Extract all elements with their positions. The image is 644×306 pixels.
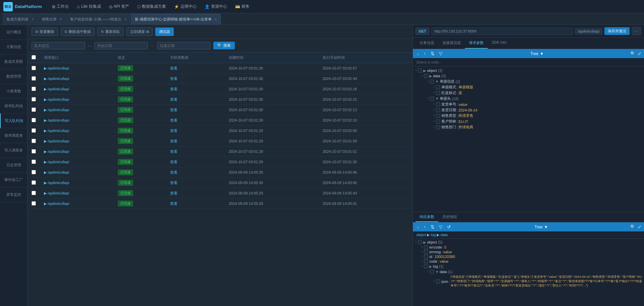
view-link-3[interactable]: 查看 <box>170 97 177 101</box>
tree-tool-filter[interactable]: ▽ <box>438 50 444 57</box>
tree-cb-7[interactable] <box>436 108 440 112</box>
url-input[interactable] <box>431 28 573 35</box>
tree-node-resp-6[interactable]: ⠿▼data {1} <box>413 269 644 274</box>
resp-tool-sort[interactable]: ⇅ <box>429 224 436 230</box>
view-link-5[interactable]: 查看 <box>170 118 177 122</box>
api-link-6[interactable]: ▶ /apilink/u8api <box>44 129 110 133</box>
batch-delete-btn[interactable]: ⊘ 批量删除 <box>32 28 58 36</box>
sidebar-item-integration-map[interactable]: 集成关系图 <box>0 54 27 69</box>
resp-tab-history[interactable]: 历史响应 <box>438 212 461 222</box>
tab-sales-out[interactable]: 销售出库 ✕ <box>38 14 66 25</box>
tree-node-resp-1[interactable]: ⠿errcode:0 <box>413 245 644 250</box>
tree-node-8[interactable]: ⠿销售类型:跨境零售 <box>413 113 644 119</box>
search-btn[interactable]: 🔍 搜索 <box>213 42 235 49</box>
api-link-12[interactable]: ▶ /apilink/u8api <box>44 191 110 195</box>
view-link-8[interactable]: 查看 <box>170 149 177 154</box>
api-link-11[interactable]: ▶ /apilink/u8api <box>44 181 110 185</box>
copy-filter-btn[interactable]: ⊙ 删除选中数据 <box>61 28 95 36</box>
row-checkbox-0[interactable] <box>32 66 36 70</box>
nav-resources[interactable]: 👤资源中心 <box>201 2 230 11</box>
tree-cb-resp-2[interactable] <box>424 250 428 254</box>
tree-cb-5[interactable] <box>430 97 434 101</box>
tree-node-3[interactable]: ⠿单据模式:单据模版 <box>413 84 644 90</box>
breadcrumb-object[interactable]: object <box>416 233 426 237</box>
sidebar-item-req-scheduler[interactable]: 请求调度者 <box>0 128 27 143</box>
view-link-9[interactable]: 查看 <box>170 160 177 164</box>
tree-cb-resp-0[interactable] <box>418 240 422 244</box>
tree-node-resp-2[interactable]: ⠿errmsg:value <box>413 250 644 254</box>
tab-sdk-info[interactable]: SDK Info <box>488 38 511 49</box>
tab-close-1[interactable]: ✕ <box>59 17 62 21</box>
sidebar-item-event-factory[interactable]: 事件加工厂 <box>0 173 27 187</box>
api-link-13[interactable]: ▶ /apilink/u8api <box>44 202 110 206</box>
schedule-btn[interactable]: 立刻调度 dt <box>126 28 153 36</box>
view-link-10[interactable]: 查看 <box>170 170 177 174</box>
debug-btn[interactable]: 调试器 <box>155 28 174 36</box>
tree-cb-2[interactable] <box>430 80 434 84</box>
tree-search-btn[interactable]: 🔍 <box>630 51 636 56</box>
breadcrumb-log[interactable]: log <box>431 233 436 237</box>
reorder-btn[interactable]: ↻ 重新排队 <box>97 28 124 36</box>
tree-cb-10[interactable] <box>436 125 440 129</box>
more-btn[interactable]: ··· <box>632 27 641 35</box>
resp-tool-down[interactable]: ↓ <box>416 224 421 230</box>
sidebar-item-write-scheduler[interactable]: 写入调度者 <box>0 143 27 158</box>
tree-cb-3[interactable] <box>436 85 440 89</box>
sidebar-item-data-mgmt[interactable]: 数据管理 <box>0 69 27 84</box>
row-checkbox-11[interactable] <box>32 180 36 185</box>
api-link-4[interactable]: ▶ /apilink/u8api <box>44 108 110 112</box>
api-link-3[interactable]: ▶ /apilink/u8api <box>44 97 110 102</box>
resp-tool-undo[interactable]: ↺ <box>446 224 452 230</box>
tree-node-0[interactable]: ⠿▶object {3} <box>413 68 644 73</box>
tree-node-5[interactable]: ⠿▼单据头 {19} <box>413 96 644 101</box>
view-link-13[interactable]: 查看 <box>170 202 177 206</box>
row-checkbox-9[interactable] <box>32 160 36 164</box>
tab-customer-info[interactable]: 客户信息对接-小满——>简道云 ✕ <box>66 14 130 25</box>
tree-node-7[interactable]: ⠿发货日期:2024-09-14 <box>413 107 644 113</box>
view-link-0[interactable]: 查看 <box>170 66 177 70</box>
tree-node-resp-0[interactable]: ⠿▶object {5} <box>413 239 644 245</box>
api-link-0[interactable]: ▶ /apilink/u8api <box>44 66 110 71</box>
api-link-7[interactable]: ▶ /apilink/u8api <box>44 139 110 143</box>
nav-lite[interactable]: ◇Lite 轻集成 <box>73 2 104 11</box>
tree-cb-resp-6[interactable] <box>430 270 434 274</box>
tree-cb-resp-7[interactable] <box>436 279 440 283</box>
row-checkbox-6[interactable] <box>32 128 36 133</box>
row-checkbox-10[interactable] <box>32 170 36 174</box>
resp-tool-up[interactable]: ↑ <box>423 224 428 230</box>
tab-connector-info[interactable]: 连接器信息 <box>438 38 465 49</box>
api-link-9[interactable]: ▶ /apilink/u8api <box>44 160 110 164</box>
tree-cb-4[interactable] <box>436 91 440 95</box>
resp-expand-btn[interactable]: ⤢ <box>638 224 641 229</box>
tree-cb-8[interactable] <box>436 114 440 118</box>
row-checkbox-4[interactable] <box>32 107 36 112</box>
row-checkbox-2[interactable] <box>32 87 36 91</box>
tab-close-3[interactable]: ✕ <box>214 17 217 21</box>
tree-node-resp-7[interactable]: ⠿json:{"单据信息":{"单报模式":"单报模版","红蓝标记":"蓝"}… <box>413 274 644 288</box>
view-link-4[interactable]: 查看 <box>170 108 177 112</box>
row-checkbox-13[interactable] <box>32 201 36 206</box>
sidebar-item-plan-info[interactable]: 方案信息 <box>0 40 27 54</box>
row-checkbox-12[interactable] <box>32 191 36 195</box>
nav-api[interactable]: ◎API 资产 <box>106 2 133 11</box>
tab-close-0[interactable]: ✕ <box>31 17 34 21</box>
api-link-5[interactable]: ▶ /apilink/u8api <box>44 118 110 123</box>
tree-cb-9[interactable] <box>436 120 440 124</box>
tab-solution-list[interactable]: 集成方案列表 ✕ <box>3 14 38 25</box>
view-link-6[interactable]: 查看 <box>170 129 177 133</box>
select-all-checkbox[interactable] <box>32 55 36 59</box>
row-checkbox-7[interactable] <box>32 139 36 143</box>
api-link-2[interactable]: ▶ /apilink/u8api <box>44 87 110 91</box>
tree-node-4[interactable]: ⠿红蓝标记:蓝 <box>413 90 644 96</box>
tree-node-6[interactable]: ⠿发货单号:value <box>413 101 644 107</box>
resp-search-btn[interactable]: 🔍 <box>630 224 636 229</box>
tree-cb-resp-5[interactable] <box>424 264 428 268</box>
sidebar-item-request-pool[interactable]: 请求队列池 <box>0 99 27 114</box>
tab-new-plan[interactable]: 新-领星结算中心-交易明细-赔偿单=>U8-出库单 ✕ <box>131 14 221 25</box>
sidebar-item-overview[interactable]: 运行概况 <box>0 25 27 40</box>
tab-task-info[interactable]: 任务信息 <box>416 38 438 49</box>
tree-node-1[interactable]: ⠿▶data {3} <box>413 73 644 79</box>
tree-node-2[interactable]: ⠿▼单据信息 {2} <box>413 79 644 84</box>
tree-expand-btn[interactable]: ⤢ <box>638 51 641 56</box>
tree-node-resp-4[interactable]: ⠿code:value <box>413 259 644 264</box>
